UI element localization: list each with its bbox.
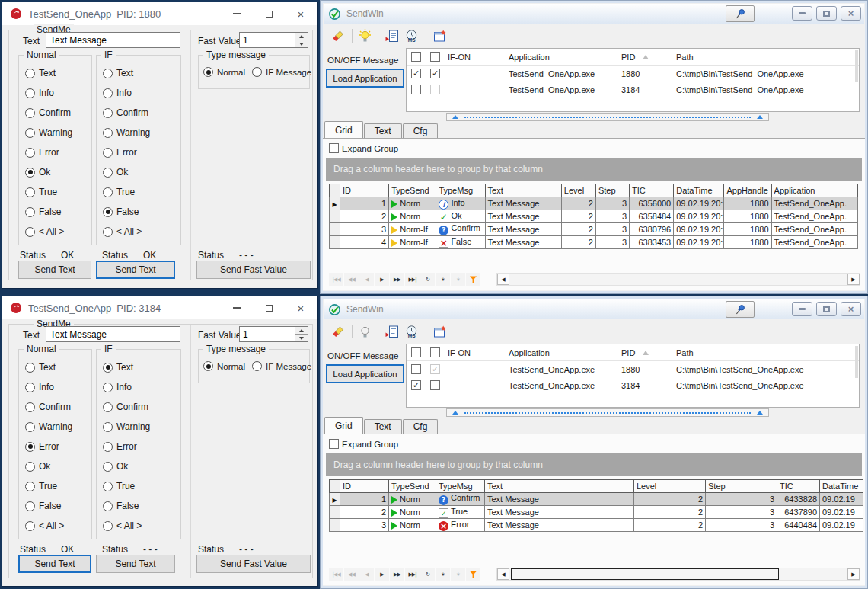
- maximize-button[interactable]: [816, 302, 837, 316]
- grid-header-row[interactable]: IDTypeSend TypeMsgText LevelStep TICData…: [330, 480, 863, 493]
- nav-button[interactable]: ◀◀: [344, 568, 359, 581]
- log-icon[interactable]: [385, 325, 399, 338]
- minimize-button[interactable]: [221, 296, 253, 319]
- radio-option[interactable]: True: [103, 187, 180, 197]
- scrollbar-thumb[interactable]: [511, 568, 779, 580]
- close-button[interactable]: ×: [285, 296, 317, 319]
- radio-option[interactable]: Warning: [25, 127, 91, 138]
- titlebar[interactable]: TestSend_OneApp PID: 3184 ×: [2, 296, 317, 319]
- radio-option[interactable]: Normal: [203, 361, 245, 371]
- tab[interactable]: Grid: [324, 121, 363, 138]
- onoff-checkbox[interactable]: [411, 364, 421, 374]
- scrollbar-track[interactable]: [509, 274, 847, 285]
- radio-option[interactable]: IF Message: [252, 67, 311, 77]
- new-form-icon[interactable]: [433, 325, 447, 338]
- nav-button[interactable]: ▶▶: [390, 568, 404, 581]
- radio-option[interactable]: Ok: [25, 167, 91, 178]
- ms-clock-icon[interactable]: MS: [404, 30, 419, 43]
- radio-option[interactable]: False: [25, 501, 91, 511]
- titlebar[interactable]: SendWin ×: [324, 4, 864, 24]
- radio-option[interactable]: Ok: [25, 461, 91, 472]
- minimize-button[interactable]: [792, 6, 812, 21]
- expand-group-checkbox[interactable]: Expand Group: [329, 143, 398, 153]
- nav-button[interactable]: ◀: [359, 568, 374, 581]
- application-row[interactable]: TestSend_OneApp.exe 1880 C:\tmp\Bin\Test…: [407, 66, 859, 82]
- splitter[interactable]: [446, 408, 769, 417]
- radio-option[interactable]: True: [25, 481, 91, 491]
- log-icon[interactable]: [385, 30, 399, 43]
- minimize-button[interactable]: [792, 302, 812, 316]
- titlebar[interactable]: SendWin ×: [324, 299, 864, 319]
- spin-down-button[interactable]: [295, 334, 308, 341]
- application-header[interactable]: Application: [509, 53, 621, 62]
- radio-option[interactable]: Text: [103, 68, 180, 78]
- grid-row[interactable]: 3 Norm-If Confirm Text Message 2 3 63807…: [330, 223, 858, 236]
- radio-option[interactable]: False: [103, 501, 180, 511]
- radio-option[interactable]: Text: [25, 362, 91, 373]
- new-form-icon[interactable]: [433, 30, 447, 43]
- radio-option[interactable]: Info: [25, 88, 91, 98]
- pin-button[interactable]: [726, 301, 755, 318]
- grid-row[interactable]: 4 Norm-If False Text Message 2 3 6383453…: [330, 236, 858, 249]
- nav-button[interactable]: ↻: [420, 273, 435, 286]
- ifon-checkbox[interactable]: [430, 380, 440, 390]
- ifon-checkbox[interactable]: [430, 69, 440, 78]
- text-input[interactable]: [46, 32, 180, 48]
- tab[interactable]: Text: [364, 419, 402, 434]
- grid-row[interactable]: 3 Norm Error Text Message 2 3 6440484 09…: [330, 519, 863, 532]
- radio-option[interactable]: < All >: [25, 226, 91, 237]
- pin-button[interactable]: [726, 5, 755, 22]
- application-list-header[interactable]: IF-ON Application PID Path: [407, 344, 859, 361]
- nav-button[interactable]: ◀◀: [344, 273, 359, 286]
- grid-header-row[interactable]: IDTypeSend TypeMsgText LevelStep TICData…: [330, 184, 858, 197]
- grid-row[interactable]: ▶ 1 Norm Info Text Message 2 3 6356000 0…: [330, 197, 858, 210]
- send-text-if-button[interactable]: Send Text: [96, 261, 175, 279]
- radio-option[interactable]: Confirm: [25, 402, 91, 412]
- onoff-checkbox[interactable]: [411, 69, 421, 78]
- radio-option[interactable]: Error: [25, 147, 91, 158]
- nav-button[interactable]: ▶: [375, 568, 389, 581]
- close-button[interactable]: ×: [285, 2, 317, 25]
- pid-header[interactable]: PID: [621, 53, 676, 62]
- radio-option[interactable]: False: [25, 206, 91, 217]
- eraser-icon[interactable]: [331, 325, 345, 338]
- radio-option[interactable]: Ok: [103, 167, 180, 178]
- spin-up-button[interactable]: [295, 33, 308, 40]
- send-text-if-button[interactable]: Send Text: [96, 555, 175, 573]
- grid-row[interactable]: 2 Norm Ok Text Message 2 3 6358484 09.02…: [330, 210, 858, 223]
- send-text-normal-button[interactable]: Send Text: [18, 261, 91, 279]
- radio-option[interactable]: Error: [103, 147, 180, 158]
- group-by-bar[interactable]: Drag a column header here to group by th…: [326, 453, 862, 476]
- collapse-right-icon[interactable]: [757, 411, 763, 415]
- load-application-button[interactable]: Load Application: [326, 69, 404, 88]
- send-text-normal-button[interactable]: Send Text: [18, 555, 91, 573]
- nav-button[interactable]: ◀: [359, 273, 374, 286]
- nav-button[interactable]: ↻: [420, 568, 435, 581]
- maximize-button[interactable]: [253, 296, 285, 319]
- path-header[interactable]: Path: [676, 348, 859, 357]
- collapse-left-icon[interactable]: [452, 115, 458, 119]
- nav-button[interactable]: |◀◀: [329, 273, 343, 286]
- nav-button[interactable]: ▶▶|: [405, 568, 420, 581]
- application-row[interactable]: TestSend_OneApp.exe 1880 C:\tmp\Bin\Test…: [407, 361, 859, 377]
- group-by-bar[interactable]: Drag a column header here to group by th…: [326, 158, 862, 181]
- radio-option[interactable]: Info: [25, 382, 91, 392]
- radio-option[interactable]: < All >: [25, 520, 91, 531]
- filter-button[interactable]: [466, 568, 480, 581]
- radio-option[interactable]: True: [103, 481, 180, 491]
- collapse-right-icon[interactable]: [757, 115, 763, 119]
- lamp-icon[interactable]: [359, 29, 371, 43]
- maximize-button[interactable]: [816, 6, 837, 21]
- expand-group-checkbox[interactable]: Expand Group: [329, 439, 398, 449]
- spin-down-button[interactable]: [295, 40, 308, 47]
- fast-value-stepper[interactable]: [239, 32, 308, 48]
- close-button[interactable]: ×: [841, 302, 861, 316]
- close-button[interactable]: ×: [841, 6, 861, 21]
- radio-option[interactable]: < All >: [103, 520, 180, 531]
- tab[interactable]: Cfg: [403, 419, 439, 434]
- tab[interactable]: Cfg: [403, 123, 439, 138]
- radio-option[interactable]: Warning: [103, 421, 180, 432]
- radio-option[interactable]: Info: [103, 88, 180, 98]
- radio-option[interactable]: < All >: [103, 226, 180, 237]
- onoff-checkbox[interactable]: [411, 380, 421, 390]
